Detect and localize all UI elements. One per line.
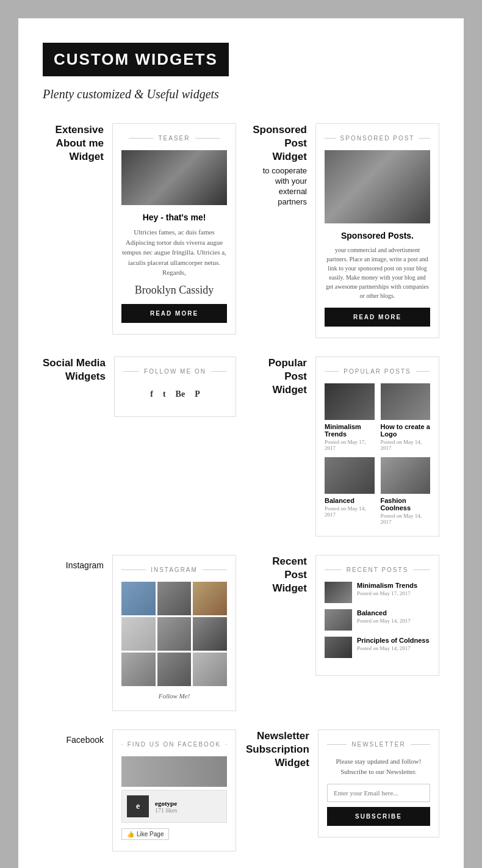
facebook-header-text: FIND US ON FACEBOOK <box>128 741 221 748</box>
popular-item-2: How to create a Logo Posted on May 14, 2… <box>381 383 431 451</box>
insta-cell-3 <box>193 582 227 615</box>
popular-header-text: POPULAR POSTS <box>344 368 411 375</box>
twitter-icon[interactable]: t <box>163 389 166 399</box>
sponsored-image <box>325 150 430 223</box>
popular-item-1: Minimalism Trends Posted on May 17, 2017 <box>325 383 375 451</box>
popular-title-2: How to create a Logo <box>381 423 431 438</box>
recent-item-2: Balanced Posted on May 14, 2017 <box>325 609 430 631</box>
newsletter-header-line-right <box>411 744 430 745</box>
sponsored-description: your commercial and advertisment partner… <box>325 245 430 300</box>
newsletter-section: NewsletterSubscriptionWidget NEWSLETTER … <box>246 729 439 852</box>
popular-date-4: Posted on May 14, 2017 <box>381 513 431 525</box>
recent-widget-card: RECENT POSTS Minimalism Trends Posted on… <box>315 555 439 676</box>
popular-image-2 <box>381 383 431 420</box>
sponsored-image-inner <box>325 150 430 223</box>
popular-image-3 <box>325 457 375 494</box>
insta-cell-7 <box>121 653 156 686</box>
newsletter-subscribe-button[interactable]: SUBSCRIBE <box>327 807 430 826</box>
about-signature: Brooklyn Cassidy <box>121 284 227 297</box>
recent-date-3: Posted on May 14, 2017 <box>357 645 430 651</box>
about-widget-header: TEASER <box>121 135 227 142</box>
facebook-widget-header: FIND US ON FACEBOOK <box>121 741 227 748</box>
social-header-line-right <box>211 371 227 372</box>
instagram-header-line-right <box>203 570 227 570</box>
header-line-left <box>129 138 153 139</box>
behance-icon[interactable]: Be <box>176 389 185 399</box>
sponsored-section: SponsoredPostWidgetto cooperatewith your… <box>246 123 439 338</box>
facebook-like-label: Like Page <box>137 831 164 837</box>
sponsored-read-more-button[interactable]: READ MORE <box>325 308 430 327</box>
recent-text-3: Principles of Coldness Posted on May 14,… <box>357 637 430 651</box>
facebook-page-info: e egotype 171 likes <box>121 790 227 823</box>
sponsored-header-line-right <box>419 138 430 139</box>
about-read-more-button[interactable]: READ MORE <box>121 304 227 323</box>
social-label: Social MediaWidgets <box>43 356 106 383</box>
about-header-text: TEASER <box>158 135 190 142</box>
popular-date-2: Posted on May 14, 2017 <box>381 439 431 451</box>
insta-cell-8 <box>157 653 192 686</box>
recent-text-1: Minimalism Trends Posted on May 17, 2017 <box>357 582 417 596</box>
insta-cell-6 <box>193 617 227 651</box>
popular-title-1: Minimalism Trends <box>325 423 375 438</box>
recent-text-2: Balanced Posted on May 14, 2017 <box>357 609 411 624</box>
about-section: ExtensiveAbout meWidget TEASER Hey - tha… <box>43 123 236 338</box>
recent-header-text: RECENT POSTS <box>347 566 409 573</box>
popular-header-line-left <box>325 371 339 372</box>
social-header-line-left <box>123 371 139 372</box>
recent-widget-header: RECENT POSTS <box>325 566 430 573</box>
instagram-follow-text: Follow Me! <box>121 692 227 700</box>
pinterest-icon[interactable]: P <box>195 389 200 399</box>
recent-title-2: Balanced <box>357 609 411 617</box>
facebook-like-button[interactable]: 👍 Like Page <box>121 828 169 840</box>
insta-cell-4 <box>121 617 156 651</box>
facebook-icon[interactable]: f <box>150 389 153 399</box>
social-section: Social MediaWidgets FOLLOW ME ON f t Be … <box>43 356 236 537</box>
popular-image-4 <box>381 457 431 494</box>
insta-cell-5 <box>157 617 192 651</box>
page-subtitle: Plenty customized & Useful widgets <box>43 87 439 101</box>
instagram-widget-card: INSTAGRAM Follow Me! <box>112 555 236 711</box>
instagram-section: Instagram INSTAGRAM <box>43 555 236 711</box>
about-widget-card: TEASER Hey - that's me! Ultricies fames,… <box>112 123 236 335</box>
popular-image-1 <box>325 383 375 420</box>
recent-header-line-right <box>413 570 430 570</box>
popular-title-4: Fashion Coolness <box>381 497 431 512</box>
popular-date-3: Posted on May 14, 2017 <box>325 505 375 518</box>
instagram-header-text: INSTAGRAM <box>151 566 198 573</box>
facebook-page-name: egotype <box>155 800 177 807</box>
newsletter-header-line-left <box>327 744 347 745</box>
recent-date-2: Posted on May 14, 2017 <box>357 618 411 624</box>
facebook-page-details: egotype 171 likes <box>155 800 177 814</box>
page-title: CUSTOM WIDGETS <box>43 43 229 76</box>
sponsored-title: Sponsored Posts. <box>325 231 430 241</box>
sponsored-widget-card: SPONSORED POST Sponsored Posts. your com… <box>315 123 439 338</box>
newsletter-description: Please stay updated and follow! Subscrib… <box>327 756 430 776</box>
social-widget-header: FOLLOW ME ON <box>123 368 227 375</box>
popular-widget-header: POPULAR POSTS <box>325 368 430 375</box>
facebook-page-likes: 171 likes <box>155 807 177 814</box>
recent-label: RecentPostWidget <box>246 555 307 595</box>
sponsored-widget-header: SPONSORED POST <box>325 135 430 142</box>
popular-posts-grid: Minimalism Trends Posted on May 17, 2017… <box>325 383 430 525</box>
row-4: Facebook FIND US ON FACEBOOK e egotype 1… <box>43 729 439 852</box>
recent-item-1: Minimalism Trends Posted on May 17, 2017 <box>325 582 430 603</box>
social-widget-card: FOLLOW ME ON f t Be P <box>114 356 236 417</box>
facebook-page-bg <box>121 756 227 787</box>
recent-image-2 <box>325 609 352 631</box>
facebook-label: Facebook <box>43 729 104 745</box>
popular-section: PopularPostWidget POPULAR POSTS Minimali… <box>246 356 439 537</box>
instagram-widget-header: INSTAGRAM <box>121 566 227 573</box>
insta-cell-2 <box>157 582 192 615</box>
insta-cell-1 <box>121 582 156 615</box>
newsletter-email-input[interactable] <box>327 784 430 802</box>
page-container: CUSTOM WIDGETS Plenty customized & Usefu… <box>18 18 464 868</box>
newsletter-header-text: NEWSLETTER <box>351 741 405 748</box>
newsletter-label: NewsletterSubscriptionWidget <box>246 729 309 770</box>
newsletter-widget-card: NEWSLETTER Please stay updated and follo… <box>318 729 439 837</box>
about-image-inner <box>121 150 227 205</box>
popular-title-3: Balanced <box>325 497 375 504</box>
facebook-header-line-left <box>121 744 123 745</box>
instagram-grid <box>121 582 227 686</box>
facebook-widget-card: FIND US ON FACEBOOK e egotype 171 likes … <box>112 729 236 852</box>
recent-header-line-left <box>325 570 342 570</box>
